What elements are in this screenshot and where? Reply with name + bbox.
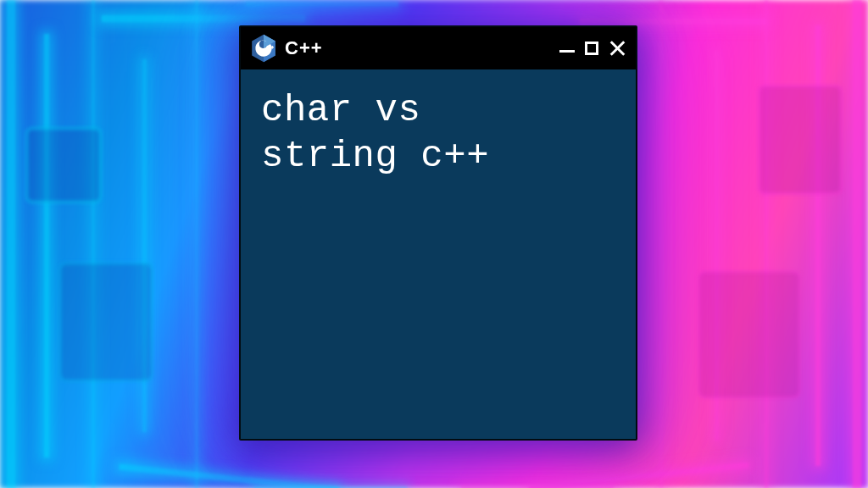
window-controls [559,40,626,57]
close-button[interactable] [609,40,626,57]
window-title: C++ [285,37,323,59]
cpp-logo-icon [251,35,276,62]
body-text: char vs string c++ [261,88,615,179]
titlebar[interactable]: C++ [241,27,636,69]
maximize-button[interactable] [585,42,598,55]
window-body: char vs string c++ [241,69,636,439]
svg-rect-6 [272,46,273,49]
svg-rect-4 [268,46,269,49]
terminal-window: C++ char vs string c++ [239,25,637,441]
minimize-button[interactable] [559,50,575,53]
